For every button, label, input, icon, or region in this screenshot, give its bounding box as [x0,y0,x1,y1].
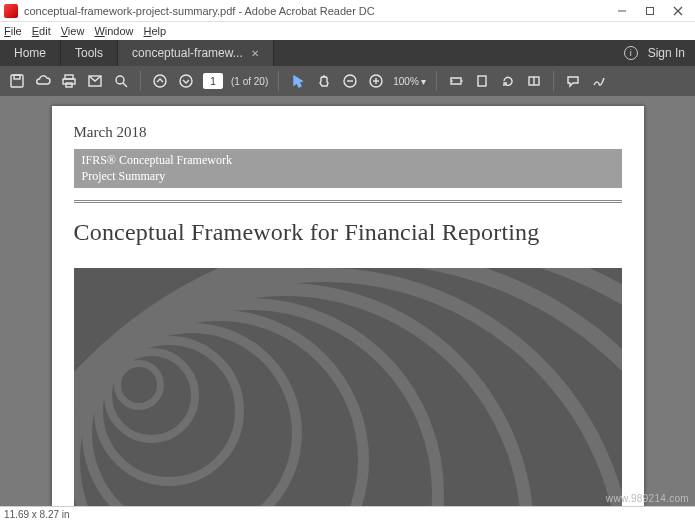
page-dimensions-label: 11.69 x 8.27 in [4,509,70,520]
acrobat-app-icon [4,4,18,18]
document-date: March 2018 [74,124,622,141]
zoom-in-icon[interactable] [367,72,385,90]
hand-tool-icon[interactable] [315,72,333,90]
page-number-value: 1 [210,76,216,87]
info-icon[interactable]: i [624,46,638,60]
toolbar: 1 (1 of 20) 100% ▾ [0,66,695,96]
menu-window[interactable]: Window [94,25,133,37]
tab-document-label: conceptual-framew... [132,46,243,60]
rotate-icon[interactable] [499,72,517,90]
pdf-page: March 2018 IFRS® Conceptual Framework Pr… [52,106,644,506]
svg-line-11 [123,83,127,87]
chevron-down-icon: ▾ [421,76,426,87]
svg-rect-8 [66,83,72,87]
sign-in-label: Sign In [648,46,685,60]
watermark: www.989214.com [606,493,689,504]
search-icon[interactable] [112,72,130,90]
svg-rect-5 [14,75,20,79]
read-mode-icon[interactable] [525,72,543,90]
print-icon[interactable] [60,72,78,90]
document-heading: Conceptual Framework for Financial Repor… [74,219,622,246]
divider-rule [74,200,622,203]
menu-bar: File Edit View Window Help [0,22,695,40]
fit-width-icon[interactable] [447,72,465,90]
page-up-icon[interactable] [151,72,169,90]
page-number-input[interactable]: 1 [203,73,223,89]
svg-point-12 [154,75,166,87]
cover-art [74,268,622,506]
email-icon[interactable] [86,72,104,90]
svg-rect-4 [11,75,23,87]
status-bar: 11.69 x 8.27 in [0,506,695,522]
tab-tools-label: Tools [75,46,103,60]
document-band: IFRS® Conceptual Framework Project Summa… [74,149,622,188]
tab-home-label: Home [14,46,46,60]
svg-rect-1 [647,7,654,14]
zoom-dropdown[interactable]: 100% ▾ [393,76,426,87]
svg-point-10 [116,76,124,84]
window-title-app: Adobe Acrobat Reader DC [245,5,375,17]
svg-rect-19 [478,76,486,86]
window-title-file: conceptual-framework-project-summary.pdf [24,5,235,17]
tab-document[interactable]: conceptual-framew... ✕ [118,40,274,66]
page-count-label: (1 of 20) [231,76,268,87]
menu-view[interactable]: View [61,25,85,37]
svg-point-13 [180,75,192,87]
cloud-icon[interactable] [34,72,52,90]
tab-close-icon[interactable]: ✕ [251,48,259,59]
minimize-button[interactable] [615,4,629,18]
tab-strip: Home Tools conceptual-framew... ✕ i Sign… [0,40,695,66]
sign-in-button[interactable]: Sign In [648,46,685,60]
menu-edit[interactable]: Edit [32,25,51,37]
document-viewport[interactable]: March 2018 IFRS® Conceptual Framework Pr… [0,96,695,506]
band-line-1: IFRS® Conceptual Framework [82,153,614,169]
close-button[interactable] [671,4,685,18]
comment-icon[interactable] [564,72,582,90]
page-down-icon[interactable] [177,72,195,90]
tab-home[interactable]: Home [0,40,61,66]
menu-help[interactable]: Help [144,25,167,37]
zoom-out-icon[interactable] [341,72,359,90]
selection-tool-icon[interactable] [289,72,307,90]
tab-tools[interactable]: Tools [61,40,118,66]
window-title: conceptual-framework-project-summary.pdf… [24,5,375,17]
sign-icon[interactable] [590,72,608,90]
fit-page-icon[interactable] [473,72,491,90]
maximize-button[interactable] [643,4,657,18]
zoom-value: 100% [393,76,419,87]
title-bar: conceptual-framework-project-summary.pdf… [0,0,695,22]
save-icon[interactable] [8,72,26,90]
menu-file[interactable]: File [4,25,22,37]
band-line-2: Project Summary [82,169,614,185]
